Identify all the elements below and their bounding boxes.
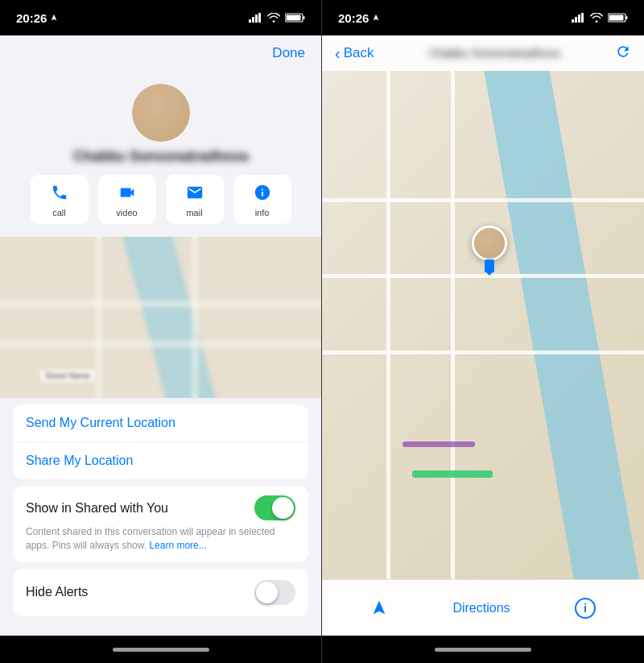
- home-indicator-left: [0, 636, 321, 663]
- back-button[interactable]: ‹ Back: [335, 45, 374, 61]
- contact-name: Chabbu Sonsonatradhova: [73, 148, 248, 165]
- status-bar-right: 20:26: [322, 0, 644, 35]
- svg-rect-1: [252, 17, 254, 23]
- refresh-icon: [615, 44, 631, 60]
- toggle-description: Content shared in this conversation will…: [26, 525, 295, 553]
- svg-rect-12: [626, 16, 628, 19]
- nav-bar-left: Done: [0, 35, 321, 71]
- map-road-v2: [451, 71, 455, 579]
- map-avatar-pin: [472, 226, 507, 272]
- time-right: 20:26: [338, 11, 369, 25]
- status-icons-left: [249, 13, 305, 23]
- right-phone: 20:26: [322, 0, 644, 663]
- map-label: Street Name: [40, 370, 95, 382]
- video-icon: [116, 181, 138, 204]
- svg-rect-0: [249, 19, 251, 23]
- mail-button[interactable]: mail: [166, 175, 224, 224]
- svg-rect-13: [609, 15, 624, 21]
- green-road: [412, 470, 493, 478]
- info-label: info: [255, 208, 270, 218]
- home-bar-right: [435, 648, 531, 652]
- svg-rect-9: [578, 15, 580, 23]
- svg-rect-8: [575, 17, 577, 23]
- avatar-bg: [474, 228, 505, 259]
- mail-label: mail: [186, 208, 202, 218]
- toggle-knob-off: [256, 582, 278, 603]
- status-time-left: 20:26: [16, 11, 58, 25]
- contact-section: Chabbu Sonsonatradhova call: [0, 71, 321, 237]
- shared-with-you-section: Show in Shared with You Content shared i…: [13, 486, 308, 562]
- status-time-right: 20:26: [338, 11, 380, 25]
- shared-with-you-toggle[interactable]: [254, 495, 295, 520]
- map-full[interactable]: [322, 71, 644, 579]
- svg-rect-7: [572, 19, 574, 23]
- map-full-background: [322, 71, 644, 579]
- refresh-button[interactable]: [615, 44, 631, 64]
- call-button[interactable]: call: [31, 175, 89, 224]
- map-thumbnail[interactable]: Street Name: [0, 237, 321, 398]
- directions-button[interactable]: Directions: [452, 601, 510, 615]
- svg-rect-10: [581, 13, 584, 23]
- hide-alerts-label: Hide Alerts: [26, 585, 88, 599]
- map-road-3: [322, 350, 644, 354]
- status-icons-right: [572, 13, 628, 23]
- location-status-icon: [50, 14, 58, 22]
- signal-icon: [249, 13, 262, 23]
- tab-bar-right: Directions i: [322, 579, 644, 636]
- home-bar-left: [113, 648, 209, 652]
- toggle-row: Show in Shared with You: [26, 495, 295, 520]
- right-screen: ‹ Back Chabbu Sonsonatradhova: [322, 35, 644, 636]
- video-button[interactable]: video: [98, 175, 156, 224]
- call-label: call: [52, 208, 66, 218]
- info-icon: [251, 181, 274, 204]
- bottom-list: Send My Current Location Share My Locati…: [0, 398, 321, 616]
- map-road-1: [322, 198, 644, 202]
- map-background: Street Name: [0, 237, 321, 398]
- svg-rect-6: [287, 15, 301, 21]
- share-location-button[interactable]: Share My Location: [13, 442, 308, 479]
- map-blue-dot: [485, 259, 494, 272]
- svg-rect-2: [255, 15, 258, 23]
- video-label: video: [116, 208, 137, 218]
- back-label: Back: [344, 45, 374, 61]
- wifi-icon-right: [590, 13, 603, 23]
- info-button[interactable]: info: [233, 175, 291, 224]
- status-bar-left: 20:26: [0, 0, 321, 35]
- purple-road: [402, 441, 475, 447]
- info-circle-icon: i: [575, 598, 596, 619]
- send-location-button[interactable]: Send My Current Location: [13, 404, 308, 442]
- battery-icon: [285, 13, 305, 23]
- done-button[interactable]: Done: [272, 45, 305, 61]
- map-road-v1: [386, 71, 390, 579]
- home-indicator-right: [322, 636, 644, 663]
- nav-bar-right: ‹ Back Chabbu Sonsonatradhova: [322, 35, 644, 71]
- action-buttons: call video mail: [31, 175, 291, 224]
- location-arrow-button[interactable]: [370, 599, 388, 617]
- left-phone: 20:26: [0, 0, 322, 663]
- avatar-face: [132, 84, 190, 142]
- left-screen: Done Chabbu Sonsonatradhova call: [0, 35, 321, 636]
- wifi-icon: [267, 13, 280, 23]
- hide-alerts-toggle[interactable]: [254, 580, 295, 605]
- call-icon: [48, 181, 71, 204]
- location-status-icon-right: [372, 14, 380, 22]
- toggle-knob: [272, 497, 294, 519]
- info-circle-button[interactable]: i: [575, 598, 596, 619]
- location-arrow-icon: [370, 599, 388, 617]
- svg-rect-3: [258, 13, 261, 23]
- signal-icon-right: [572, 13, 585, 23]
- back-chevron-icon: ‹: [335, 45, 341, 61]
- svg-rect-5: [303, 16, 305, 19]
- map-avatar-circle: [472, 226, 507, 261]
- nav-contact-name: Chabbu Sonsonatradhova: [380, 47, 609, 60]
- learn-more-link[interactable]: Learn more...: [149, 540, 206, 551]
- battery-icon-right: [608, 13, 628, 23]
- hide-alerts-section: Hide Alerts: [13, 569, 308, 616]
- directions-label: Directions: [452, 601, 510, 615]
- map-road-2: [322, 274, 644, 278]
- contact-avatar: [132, 84, 190, 142]
- shared-with-you-label: Show in Shared with You: [26, 501, 168, 516]
- mail-icon: [184, 181, 206, 204]
- location-options-card: Send My Current Location Share My Locati…: [13, 404, 308, 479]
- time-left: 20:26: [16, 11, 47, 25]
